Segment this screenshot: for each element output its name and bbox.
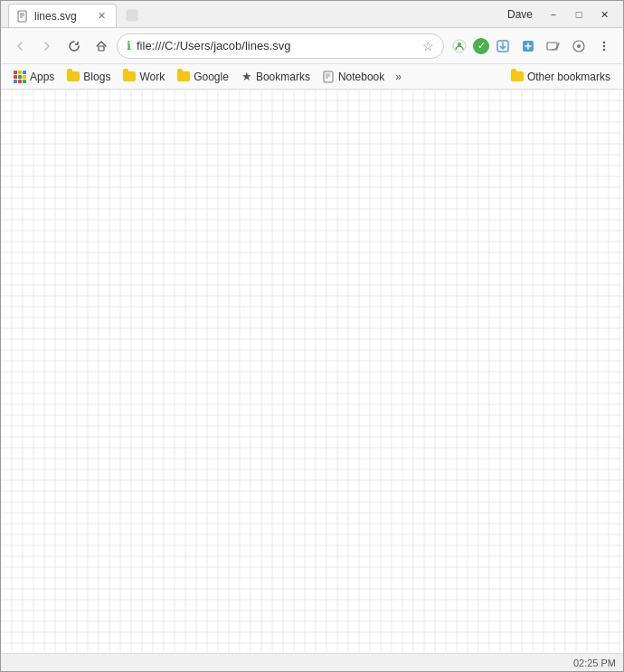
svg-point-17 — [603, 44, 605, 46]
home-button[interactable] — [90, 34, 113, 58]
bookmark-google[interactable]: Google — [172, 69, 234, 85]
time-display: 02:25 PM — [573, 658, 616, 668]
active-tab[interactable]: lines.svg ✕ — [8, 4, 117, 27]
bookmark-bookmarks-label: Bookmarks — [256, 71, 310, 83]
svg-point-7 — [458, 43, 461, 46]
bookmark-blogs-label: Blogs — [83, 71, 110, 83]
account-button[interactable] — [448, 34, 471, 58]
svg-point-15 — [577, 44, 581, 48]
more-bookmarks-button[interactable]: » — [392, 69, 405, 85]
svg-rect-5 — [99, 46, 104, 51]
svg-point-18 — [603, 48, 605, 50]
star-icon: ★ — [241, 70, 252, 83]
reload-button[interactable] — [62, 34, 86, 58]
tab-title: lines.svg — [34, 10, 77, 23]
sync-status-icon: ✓ — [473, 38, 489, 54]
content-area — [1, 90, 623, 653]
bookmark-google-label: Google — [194, 71, 229, 83]
svg-rect-19 — [324, 71, 333, 82]
new-bookmark-button[interactable] — [516, 34, 540, 58]
status-bar: 02:25 PM — [1, 653, 623, 671]
bookmark-work-label: Work — [139, 71, 165, 83]
close-button[interactable]: ✕ — [592, 5, 616, 24]
other-bookmarks-label: Other bookmarks — [527, 71, 610, 83]
svg-rect-0 — [18, 11, 26, 22]
bookmark-work[interactable]: Work — [118, 69, 170, 85]
svg-content — [1, 90, 623, 653]
bookmark-apps[interactable]: Apps — [8, 69, 60, 85]
address-text: file:///C:/Users/jacob/lines.svg — [137, 39, 417, 52]
bookmark-bookmarks[interactable]: ★ Bookmarks — [236, 68, 316, 85]
bookmark-apps-label: Apps — [30, 71, 54, 83]
address-bar[interactable]: ℹ file:///C:/Users/jacob/lines.svg ☆ — [117, 33, 444, 59]
folder-google-icon — [177, 71, 190, 81]
svg-rect-4 — [127, 10, 137, 21]
tab-file-icon — [16, 10, 29, 23]
bookmark-notebook[interactable]: Notebook — [317, 69, 390, 85]
bookmark-star-icon[interactable]: ☆ — [422, 39, 434, 53]
security-icon: ℹ — [127, 39, 131, 52]
cast-button[interactable] — [542, 34, 565, 58]
other-bookmarks[interactable]: Other bookmarks — [506, 69, 616, 85]
new-tab-button[interactable] — [120, 4, 144, 27]
navigation-bar: ℹ file:///C:/Users/jacob/lines.svg ☆ ✓ — [1, 28, 623, 64]
browser-window: lines.svg ✕ Dave − □ ✕ — [0, 0, 624, 672]
bookmarks-bar: Apps Blogs Work Google ★ Bookmarks — [1, 64, 623, 90]
extensions-button[interactable] — [567, 34, 591, 58]
folder-other-icon — [511, 71, 524, 81]
window-controls: Dave − □ ✕ — [507, 5, 616, 24]
user-name: Dave — [507, 8, 533, 21]
downloads-button[interactable] — [491, 34, 515, 58]
menu-button[interactable] — [592, 34, 616, 58]
titlebar: lines.svg ✕ Dave − □ ✕ — [1, 1, 623, 28]
nav-action-buttons: ✓ — [448, 34, 616, 58]
minimize-button[interactable]: − — [542, 5, 565, 24]
bookmark-blogs[interactable]: Blogs — [61, 69, 116, 85]
folder-work-icon — [123, 71, 136, 81]
tab-close-button[interactable]: ✕ — [94, 9, 109, 24]
bookmark-notebook-label: Notebook — [338, 71, 384, 83]
restore-button[interactable]: □ — [567, 5, 591, 24]
page-icon — [323, 71, 335, 83]
apps-grid-icon — [14, 71, 26, 83]
back-button[interactable] — [8, 34, 32, 58]
svg-point-16 — [603, 41, 605, 43]
forward-button[interactable] — [35, 34, 59, 58]
folder-blogs-icon — [67, 71, 80, 81]
